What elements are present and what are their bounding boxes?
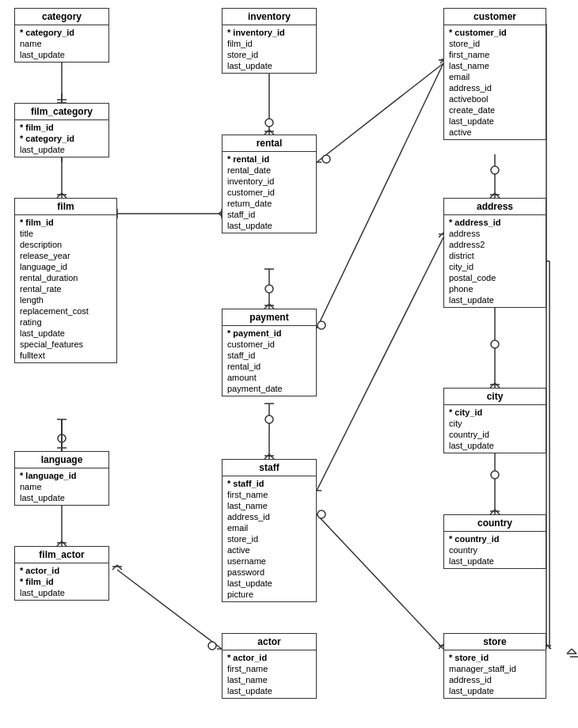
table-row: last_update (227, 220, 311, 231)
table-row: * country_id (449, 533, 541, 544)
svg-line-92 (567, 649, 572, 654)
svg-point-81 (208, 642, 216, 650)
table-row: active (449, 127, 541, 138)
table-header-payment: payment (222, 309, 316, 326)
table-row: active (227, 544, 311, 555)
table-row: last_name (227, 674, 311, 685)
table-row: last_update (20, 492, 104, 503)
table-row: customer_id (227, 187, 311, 198)
table-row: email (227, 522, 311, 533)
table-row: address2 (449, 239, 541, 250)
table-category: category* category_idnamelast_update (14, 8, 109, 63)
table-body-rental: * rental_idrental_dateinventory_idcustom… (222, 152, 316, 233)
table-row: country_id (449, 429, 541, 440)
table-row: return_date (227, 198, 311, 209)
svg-point-35 (322, 155, 330, 163)
table-row: * city_id (449, 407, 541, 418)
table-row: email (449, 71, 541, 82)
table-row: last_update (227, 578, 311, 589)
table-header-film: film (15, 199, 116, 215)
table-row: inventory_id (227, 176, 311, 187)
table-row: picture (227, 589, 311, 600)
table-row: rating (20, 317, 112, 328)
table-header-actor: actor (222, 634, 316, 650)
erd-diagram: category* category_idnamelast_updatefilm… (0, 0, 578, 728)
svg-point-15 (58, 434, 66, 442)
table-body-country: * country_idcountrylast_update (444, 532, 546, 568)
svg-point-29 (265, 119, 273, 127)
table-row: last_update (227, 685, 311, 696)
table-city: city* city_idcitycountry_idlast_update (443, 388, 546, 453)
svg-point-46 (318, 321, 325, 329)
table-body-payment: * payment_idcustomer_idstaff_idrental_id… (222, 326, 316, 396)
svg-line-69 (317, 237, 443, 491)
table-header-language: language (15, 452, 108, 468)
svg-point-55 (491, 166, 499, 174)
table-body-film_actor: * actor_id* film_idlast_update (15, 563, 108, 600)
table-header-staff: staff (222, 460, 316, 476)
table-country: country* country_idcountrylast_update (443, 514, 546, 569)
table-row: language_id (20, 261, 112, 272)
svg-line-84 (117, 565, 122, 570)
table-header-inventory: inventory (222, 9, 316, 25)
svg-point-41 (265, 285, 273, 293)
svg-line-83 (112, 565, 117, 570)
table-row: last_update (20, 49, 104, 60)
table-payment: payment* payment_idcustomer_idstaff_idre… (222, 309, 317, 396)
table-row: * customer_id (449, 27, 541, 38)
table-row: staff_id (227, 209, 311, 220)
table-row: payment_date (227, 383, 311, 394)
table-store: store* store_idmanager_staff_idaddress_i… (443, 633, 546, 699)
table-row: manager_staff_id (449, 663, 541, 674)
table-header-film_actor: film_actor (15, 547, 108, 563)
table-row: * actor_id (20, 565, 104, 576)
table-row: special_features (20, 339, 112, 350)
table-row: last_update (20, 328, 112, 339)
table-row: name (20, 481, 104, 492)
table-row: password (227, 567, 311, 578)
svg-line-93 (572, 649, 576, 654)
table-body-city: * city_idcitycountry_idlast_update (444, 405, 546, 453)
svg-line-74 (317, 514, 443, 649)
table-row: title (20, 228, 112, 239)
table-actor: actor* actor_idfirst_namelast_namelast_u… (222, 633, 317, 699)
table-body-customer: * customer_idstore_idfirst_namelast_name… (444, 25, 546, 139)
table-header-rental: rental (222, 135, 316, 152)
svg-line-98 (546, 644, 551, 649)
table-inventory: inventory* inventory_idfilm_idstore_idla… (222, 8, 317, 74)
table-row: last_update (449, 440, 541, 451)
table-body-film_category: * film_id* category_idlast_update (15, 120, 108, 157)
table-row: store_id (227, 533, 311, 544)
table-row: * category_id (20, 27, 104, 38)
table-row: rental_date (227, 165, 311, 176)
table-row: city_id (449, 261, 541, 272)
table-row: address_id (449, 82, 541, 93)
table-row: * category_id (20, 133, 104, 144)
table-row: * payment_id (227, 328, 311, 339)
table-row: first_name (449, 49, 541, 60)
table-header-address: address (444, 199, 546, 215)
table-row: address_id (227, 511, 311, 522)
table-header-city: city (444, 389, 546, 405)
table-film: film* film_idtitledescriptionrelease_yea… (14, 198, 117, 363)
table-row: country (449, 544, 541, 555)
table-row: rental_id (227, 361, 311, 372)
svg-line-33 (317, 63, 443, 162)
table-row: * film_id (20, 576, 104, 587)
table-row: last_name (227, 500, 311, 511)
table-body-store: * store_idmanager_staff_idaddress_idlast… (444, 650, 546, 698)
table-row: description (20, 239, 112, 250)
table-row: * staff_id (227, 478, 311, 489)
table-row: address_id (449, 674, 541, 685)
table-row: staff_id (227, 350, 311, 361)
table-row: * store_id (449, 652, 541, 663)
table-row: * inventory_id (227, 27, 311, 38)
table-row: first_name (227, 663, 311, 674)
table-body-staff: * staff_idfirst_namelast_nameaddress_ide… (222, 476, 316, 601)
table-row: * film_id (20, 122, 104, 133)
table-row: release_year (20, 250, 112, 261)
table-film_actor: film_actor* actor_id* film_idlast_update (14, 546, 109, 601)
table-row: last_update (20, 144, 104, 155)
table-row: last_update (449, 555, 541, 567)
table-row: * address_id (449, 217, 541, 228)
